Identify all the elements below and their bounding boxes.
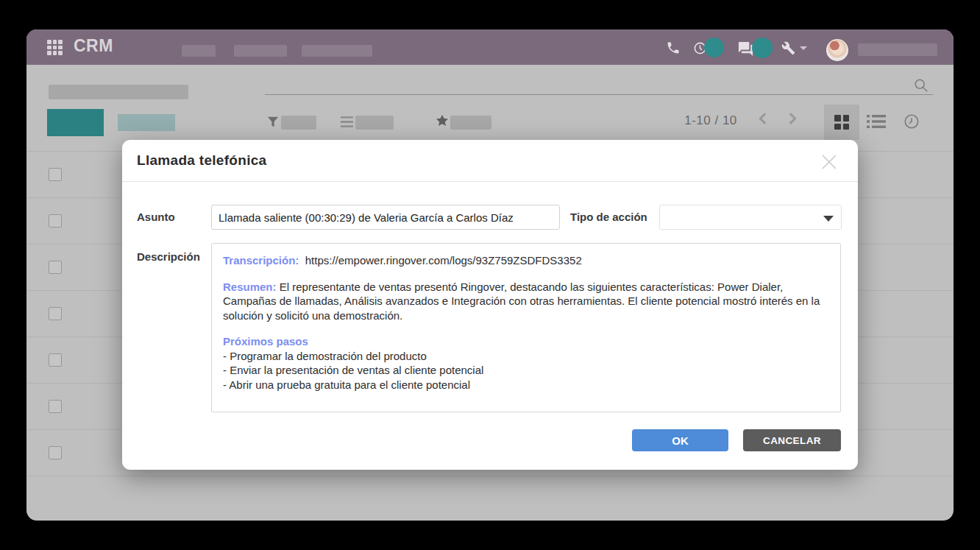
search-input[interactable] (265, 94, 933, 95)
list-view-icon[interactable] (867, 113, 886, 130)
kanban-view-icon[interactable] (824, 105, 859, 140)
favorites-label-placeholder[interactable] (450, 116, 491, 130)
row-checkbox[interactable] (49, 307, 62, 320)
app-title[interactable]: CRM (74, 36, 113, 56)
menu-item-placeholder[interactable] (302, 45, 372, 57)
tools-icon[interactable] (781, 41, 795, 55)
row-checkbox[interactable] (49, 168, 62, 181)
app-window: CRM (26, 29, 954, 521)
summary-label: Resumen: (223, 281, 277, 293)
summary-paragraph: Resumen: El representante de ventas pres… (223, 280, 829, 323)
transcription-line: Transcripción: https://empower.ringover.… (223, 253, 829, 268)
row-checkbox[interactable] (49, 400, 62, 413)
description-textarea[interactable]: Transcripción: https://empower.ringover.… (211, 243, 841, 412)
message-count-badge[interactable] (752, 38, 773, 58)
row-checkbox[interactable] (49, 353, 62, 367)
secondary-action-button[interactable] (118, 114, 175, 131)
subject-label: Asunto (137, 211, 175, 223)
menu-item-placeholder[interactable] (182, 45, 216, 57)
breadcrumb-placeholder (49, 85, 188, 99)
transcription-url: https://empower.ringover.com/logs/93Z759… (305, 254, 582, 267)
next-step-item: - Enviar la presentación de ventas al cl… (223, 364, 483, 376)
next-steps-label: Próximos pasos (223, 335, 308, 348)
menu-item-placeholder[interactable] (234, 45, 287, 57)
action-type-select[interactable] (659, 205, 842, 230)
row-checkbox[interactable] (49, 214, 62, 228)
subject-input[interactable] (211, 205, 560, 230)
activity-view-icon[interactable] (903, 113, 920, 130)
filter-icon[interactable] (266, 115, 280, 130)
top-navbar: CRM (26, 29, 954, 65)
next-step-item: - Programar la demostración del producto (223, 350, 427, 362)
phone-call-dialog: Llamada telefónica Asunto Tipo de acción… (122, 140, 858, 470)
username-placeholder[interactable] (858, 43, 937, 56)
summary-text: El representante de ventas presentó Ring… (223, 281, 820, 322)
filter-label-placeholder[interactable] (281, 116, 316, 130)
next-step-item: - Abrir una prueba gratuita para el clie… (223, 378, 470, 391)
activity-count-badge[interactable] (704, 38, 724, 57)
dialog-header: Llamada telefónica (122, 140, 858, 182)
favorites-star-icon[interactable] (435, 113, 450, 128)
phone-icon[interactable] (666, 40, 681, 55)
chevron-down-icon (823, 216, 834, 222)
row-checkbox[interactable] (49, 446, 62, 459)
dialog-title: Llamada telefónica (137, 152, 266, 169)
next-steps-block: Próximos pasos - Programar la demostraci… (223, 334, 829, 392)
row-checkbox[interactable] (49, 261, 62, 274)
screenshot-stage: CRM (0, 0, 980, 550)
action-type-label: Tipo de acción (570, 211, 647, 223)
description-label: Descripción (137, 250, 200, 263)
search-icon[interactable] (913, 77, 929, 94)
user-avatar[interactable] (826, 39, 848, 61)
group-by-icon[interactable] (340, 116, 354, 128)
pager-next-icon[interactable] (784, 110, 800, 127)
close-icon[interactable] (820, 152, 839, 172)
cancel-button[interactable]: CANCELAR (743, 429, 841, 451)
pager-previous-icon[interactable] (755, 110, 771, 127)
tools-dropdown-caret-icon[interactable] (800, 46, 807, 50)
group-by-label-placeholder[interactable] (355, 116, 394, 130)
primary-action-button[interactable] (47, 109, 104, 136)
transcription-label: Transcripción: (223, 254, 299, 267)
apps-grid-icon[interactable] (47, 40, 63, 55)
pager-counter: 1-10 / 10 (674, 113, 748, 128)
ok-button[interactable]: OK (632, 429, 728, 451)
